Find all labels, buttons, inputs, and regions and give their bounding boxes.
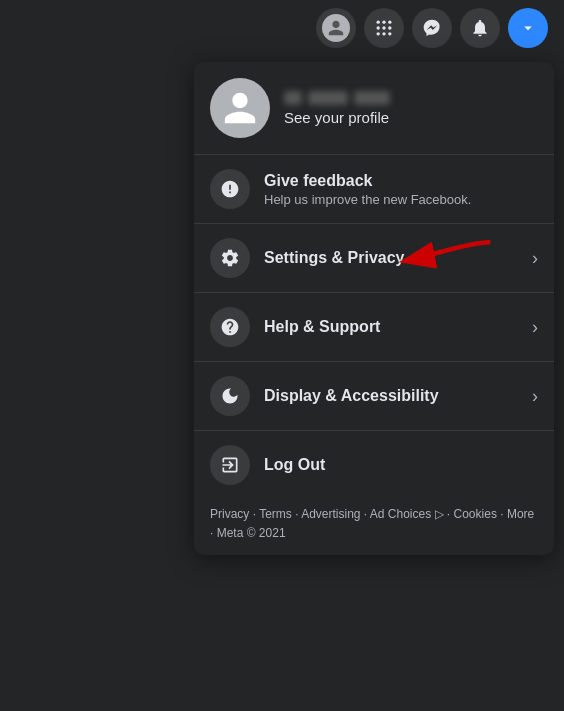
settings-privacy-text-wrap: Settings & Privacy (264, 249, 518, 267)
name-block-1 (284, 91, 302, 105)
messenger-nav-button[interactable] (412, 8, 452, 48)
help-support-title: Help & Support (264, 318, 518, 336)
profile-avatar (210, 78, 270, 138)
profile-info: See your profile (284, 91, 390, 126)
help-support-text-wrap: Help & Support (264, 318, 518, 336)
profile-section[interactable]: See your profile (194, 62, 554, 150)
give-feedback-text-wrap: Give feedback Help us improve the new Fa… (264, 172, 538, 207)
menu-item-give-feedback[interactable]: Give feedback Help us improve the new Fa… (194, 159, 554, 219)
nav-avatar (322, 14, 350, 42)
divider-2 (194, 223, 554, 224)
menu-item-settings-privacy[interactable]: Settings & Privacy › (194, 228, 554, 288)
menu-nav-button[interactable] (364, 8, 404, 48)
notifications-nav-button[interactable] (460, 8, 500, 48)
settings-privacy-title: Settings & Privacy (264, 249, 518, 267)
display-accessibility-title: Display & Accessibility (264, 387, 518, 405)
see-profile-text: See your profile (284, 109, 390, 126)
footer-text-content: Privacy · Terms · Advertising · Ad Choic… (210, 507, 534, 540)
menu-item-display-accessibility[interactable]: Display & Accessibility › (194, 366, 554, 426)
menu-item-help-support[interactable]: Help & Support › (194, 297, 554, 357)
divider-3 (194, 292, 554, 293)
svg-point-6 (377, 32, 380, 35)
give-feedback-subtitle: Help us improve the new Facebook. (264, 192, 538, 207)
help-support-chevron: › (532, 317, 538, 338)
account-nav-button[interactable] (508, 8, 548, 48)
svg-point-4 (382, 26, 385, 29)
top-nav-bar (0, 0, 564, 56)
menu-item-log-out[interactable]: Log Out (194, 435, 554, 495)
svg-point-5 (388, 26, 391, 29)
svg-point-0 (377, 21, 380, 24)
give-feedback-title: Give feedback (264, 172, 538, 190)
log-out-title: Log Out (264, 456, 538, 474)
display-accessibility-chevron: › (532, 386, 538, 407)
name-block-3 (354, 91, 390, 105)
account-dropdown-panel: See your profile Give feedback Help us i… (194, 62, 554, 555)
divider-1 (194, 154, 554, 155)
log-out-icon (210, 445, 250, 485)
display-accessibility-icon (210, 376, 250, 416)
profile-nav-button[interactable] (316, 8, 356, 48)
divider-4 (194, 361, 554, 362)
help-support-icon (210, 307, 250, 347)
divider-5 (194, 430, 554, 431)
settings-privacy-chevron: › (532, 248, 538, 269)
svg-point-8 (388, 32, 391, 35)
settings-icon (210, 238, 250, 278)
svg-point-2 (388, 21, 391, 24)
name-block-2 (308, 91, 348, 105)
svg-point-1 (382, 21, 385, 24)
footer-links: Privacy · Terms · Advertising · Ad Choic… (194, 495, 554, 547)
profile-name-row (284, 91, 390, 105)
give-feedback-icon (210, 169, 250, 209)
svg-point-7 (382, 32, 385, 35)
display-accessibility-text-wrap: Display & Accessibility (264, 387, 518, 405)
log-out-text-wrap: Log Out (264, 456, 538, 474)
svg-point-3 (377, 26, 380, 29)
